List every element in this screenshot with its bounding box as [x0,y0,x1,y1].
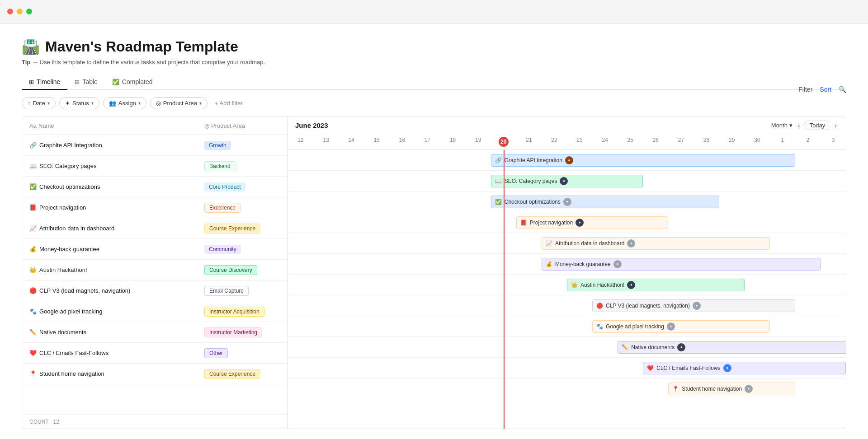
table-row[interactable]: ❤️ CLC / Emails Fast-Follows Other [22,343,288,364]
avatar-4: ● [576,219,584,227]
gantt-row: 🔴 CLP V3 (lead magnets, navigation) ● [288,295,846,316]
date-cell: 24 [592,136,618,148]
gantt-bar-11[interactable]: ❤️ CLC / Emails Fast-Follows ● [643,362,846,374]
status-filter-icon: ✦ [65,100,70,107]
close-button[interactable] [7,9,13,14]
gantt-row: 🔗 Graphite API Integration ● [288,150,846,171]
page-subtitle: Tip → Use this template to define the va… [22,59,846,65]
product-area-filter[interactable]: ◎ Product Area ▾ [150,97,208,109]
row-emoji-5: 📈 [29,225,37,232]
avatar-9: ● [667,322,675,331]
bar-label-6: Money-back guarantee [555,261,611,267]
table-row[interactable]: 📍 Student home navigation Course Experie… [22,364,288,384]
date-cell: 25 [618,136,643,148]
gantt-bar-9[interactable]: 🐾 Google ad pixel tracking ● [592,320,770,333]
gantt-bar-8[interactable]: 🔴 CLP V3 (lead magnets, navigation) ● [592,299,795,312]
bar-emoji-1: 🔗 [495,157,502,163]
row-name-4: 📕 Project navigation [22,204,197,211]
gantt-bar-4[interactable]: 📕 Project navigation ● [516,216,669,229]
table-tab-label: Table [82,78,97,85]
assign-filter[interactable]: 👥 Assign ▾ [103,97,146,109]
gantt-bar-2[interactable]: 📖 SEO: Category pages ● [491,175,643,187]
date-cell: 13 [313,136,339,148]
count-label: COUNT [29,419,48,425]
left-footer: COUNT 12 [22,415,288,429]
gantt-row: 💰 Money-back guarantee ● [288,254,846,275]
date-cell: 30 [745,136,770,148]
row-label-11: CLC / Emails Fast-Follows [39,350,108,356]
row-product-5: Course Experience [197,224,288,234]
date-cell: 21 [516,136,542,148]
row-name-12: 📍 Student home navigation [22,370,197,377]
add-filter-button[interactable]: + Add filter [211,98,246,109]
gantt-row: ❤️ CLC / Emails Fast-Follows ● [288,358,846,378]
row-label-5: Attribution data in dashboard [39,225,114,232]
next-nav-button[interactable]: › [833,121,839,130]
gantt-bar-7[interactable]: 👑 Austin Hackathon! ● [567,279,745,291]
table-row[interactable]: ✏️ Native documents Instructor Marketing [22,322,288,343]
bar-label-12: Student home navigation [682,386,742,392]
tab-timeline[interactable]: ⊞ Timeline [22,75,67,90]
status-filter[interactable]: ✦ Status ▾ [59,97,99,109]
tab-completed[interactable]: ✅ Complated [105,75,160,90]
filter-button[interactable]: Filter [798,86,812,93]
row-product-2: Backend [197,161,288,171]
prev-nav-button[interactable]: ‹ [796,121,802,130]
month-selector[interactable]: Month ▾ [771,122,793,129]
gantt-bar-1[interactable]: 🔗 Graphite API Integration ● [491,154,795,167]
date-cell: 1 [770,136,795,148]
date-cell: 16 [389,136,415,148]
title-bar [0,0,868,23]
avatar-10: ● [677,343,685,351]
left-header: Aa Name ◎ Product Area [22,117,288,135]
minimize-button[interactable] [17,9,23,14]
date-cell: 12 [288,136,313,148]
sort-button[interactable]: Sort [820,86,831,93]
row-emoji-2: 📖 [29,163,37,169]
name-col-label: Name [38,122,54,129]
table-row[interactable]: 👑 Austin Hackathon! Course Discovery [22,260,288,280]
timeline-month-label: June 2023 [295,121,328,129]
gantt-bar-6[interactable]: 💰 Money-back guarantee ● [542,258,821,271]
table-row[interactable]: 🔗 Graphite API Integration Growth [22,135,288,156]
row-name-3: ✅ Checkout optimizations [22,183,197,190]
avatar-11: ● [723,364,731,372]
avatar-7: ● [627,281,635,289]
date-cell: 29 [719,136,745,148]
search-button[interactable]: 🔍 [839,86,846,93]
product-tag-9: Instructor Acquisition [204,307,264,317]
today-button[interactable]: Today [806,121,830,130]
bar-label-7: Austin Hackathon! [580,282,624,288]
gantt-bar-10[interactable]: ✏️ Native documents ● [618,341,846,354]
avatar-6: ● [613,260,622,268]
row-emoji-8: 🔴 [29,287,37,294]
date-cell: 26 [643,136,668,148]
timeline-top-bar: June 2023 Month ▾ ‹ Today › [288,117,846,134]
gantt-bar-3[interactable]: ✅ Checkout optimizations ● [491,196,719,208]
timeline-container: Aa Name ◎ Product Area 🔗 Graphite API In… [22,117,846,429]
row-emoji-3: ✅ [29,183,37,190]
row-emoji-1: 🔗 [29,142,37,149]
table-row[interactable]: 📕 Project navigation Excellence [22,197,288,218]
table-row[interactable]: 📈 Attribution data in dashboard Course E… [22,218,288,239]
gantt-row: 📈 Attribution data in dashboard ● [288,233,846,254]
tab-table[interactable]: ⊞ Table [67,75,104,90]
avatar-8: ● [693,302,701,310]
row-emoji-10: ✏️ [29,329,37,336]
row-name-9: 🐾 Google ad pixel tracking [22,308,197,315]
row-label-8: CLP V3 (lead magnets, navigation) [39,287,130,294]
gantt-bar-12[interactable]: 📍 Student home navigation ● [668,383,795,395]
maximize-button[interactable] [26,9,32,14]
row-product-12: Course Experience [197,369,288,379]
date-filter[interactable]: ↑ Date ▾ [22,97,56,109]
date-cell: 15 [364,136,389,148]
page-icon: 🛣️ [22,38,40,55]
date-filter-arrow: ▾ [47,101,50,106]
gantt-bar-5[interactable]: 📈 Attribution data in dashboard ● [542,237,770,250]
table-row[interactable]: ✅ Checkout optimizations Core Product [22,177,288,197]
product-col-label: Product Area [211,122,245,129]
table-row[interactable]: 📖 SEO: Category pages Backend [22,156,288,177]
table-row[interactable]: 🔴 CLP V3 (lead magnets, navigation) Emai… [22,280,288,301]
table-row[interactable]: 🐾 Google ad pixel tracking Instructor Ac… [22,301,288,322]
table-row[interactable]: 💰 Money-back guarantee Community [22,239,288,260]
